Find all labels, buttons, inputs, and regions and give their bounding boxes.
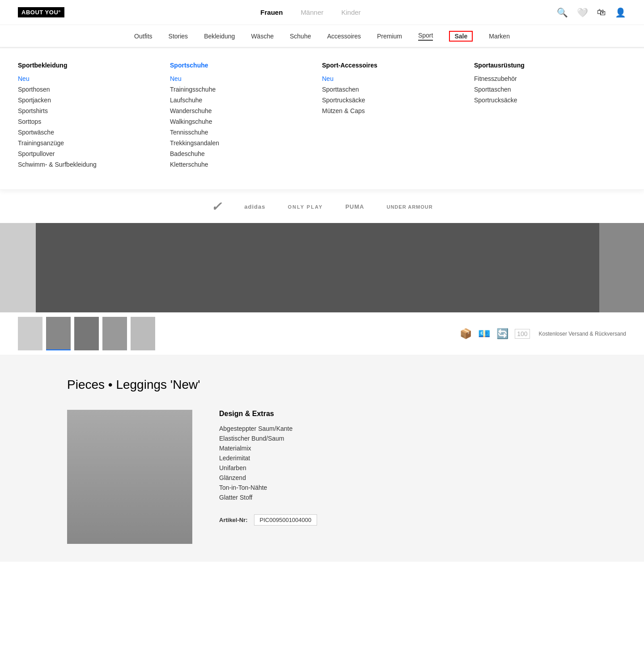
menu-heading-sportbekleidung: Sportbekleidung: [18, 62, 161, 69]
brand-onlyplay[interactable]: ONLY PLAY: [288, 204, 323, 210]
nav-manner[interactable]: Männer: [301, 8, 323, 16]
product-features: Abgesteppter Saum/Kante Elastischer Bund…: [219, 425, 577, 501]
search-icon[interactable]: 🔍: [557, 7, 568, 18]
wishlist-icon[interactable]: 🤍: [577, 7, 588, 18]
brand-nike[interactable]: ✓: [211, 199, 222, 214]
product-detail: Design & Extras Abgesteppter Saum/Kante …: [67, 410, 577, 544]
nav-stories[interactable]: Stories: [169, 33, 188, 40]
return-icon: 🔄: [496, 328, 508, 340]
product-image-2: [36, 223, 599, 312]
nav-sale[interactable]: Sale: [449, 31, 473, 42]
menu-item-neu-1[interactable]: Neu: [18, 75, 30, 82]
artikel-label: Artikel-Nr:: [219, 517, 248, 523]
menu-item-badeschuhe[interactable]: Badeschuhe: [170, 150, 205, 157]
mega-menu: Sportbekleidung Neu Sporthosen Sportjack…: [0, 47, 644, 190]
feature-2: Elastischer Bund/Saum: [219, 435, 577, 442]
header-icons: 🔍 🤍 🛍 👤: [557, 7, 626, 18]
menu-item-sportshirts[interactable]: Sportshirts: [18, 107, 48, 114]
shipping-text: Kostenloser Versand & Rückversand: [539, 331, 626, 337]
menu-col-accessoires: Sport-Accessoires Neu Sporttaschen Sport…: [322, 62, 474, 172]
product-image-3: [599, 223, 644, 312]
menu-item-sportjacken[interactable]: Sportjacken: [18, 97, 51, 104]
menu-item-neu-3[interactable]: Neu: [322, 75, 334, 82]
menu-heading-accessoires: Sport-Accessoires: [322, 62, 465, 69]
nav-bekleidung[interactable]: Bekleidung: [204, 33, 235, 40]
artikel-value: PIC0095001004000: [254, 514, 318, 526]
nav-sport[interactable]: Sport: [418, 32, 433, 41]
brand-underarmour[interactable]: UNDER ARMOUR: [386, 204, 432, 210]
menu-col-ausrustung: Sportausrüstung Fitnesszubehör Sporttasc…: [474, 62, 626, 172]
product-large-image: [67, 410, 192, 544]
main-nav: Outfits Stories Bekleidung Wäsche Schuhe…: [0, 25, 644, 47]
product-image-1: [0, 223, 36, 312]
menu-item-kletterschuhe[interactable]: Kletterschuhe: [170, 161, 208, 168]
brands-bar: ✓ adidas ONLY PLAY PUMA UNDER ARMOUR: [0, 190, 644, 223]
product-section: Pieces • Leggings 'New' Design & Extras …: [0, 355, 644, 562]
design-extras-heading: Design & Extras: [219, 410, 577, 418]
menu-col-sportschuhe: Sportschuhe Neu Trainingsschuhe Laufschu…: [170, 62, 322, 172]
menu-item-sportrucksacke-1[interactable]: Sportrucksäcke: [322, 97, 365, 104]
nav-marken[interactable]: Marken: [489, 33, 510, 40]
menu-item-sportwäsche[interactable]: Sportwäsche: [18, 129, 54, 136]
menu-item-fitnesszubehor[interactable]: Fitnesszubehör: [474, 75, 517, 82]
feature-1: Abgesteppter Saum/Kante: [219, 425, 577, 432]
menu-item-walkingschuhe[interactable]: Walkingschuhe: [170, 118, 212, 125]
menu-item-trekkingsandalen[interactable]: Trekkingsandalen: [170, 139, 219, 147]
nav-kinder[interactable]: Kinder: [341, 8, 360, 16]
product-strip: [0, 223, 644, 312]
account-icon[interactable]: 👤: [615, 7, 626, 18]
thumb-1[interactable]: [18, 317, 42, 350]
nav-frauen[interactable]: Frauen: [260, 8, 283, 16]
menu-item-sporthosen[interactable]: Sporthosen: [18, 86, 50, 93]
product-title: Pieces • Leggings 'New': [67, 378, 577, 392]
shipping-info: 📦 💶 🔄 100 Kostenloser Versand & Rückvers…: [460, 328, 626, 340]
nav-accessoires[interactable]: Accessoires: [327, 33, 360, 40]
header-top: ABOUT YOU° Frauen Männer Kinder 🔍 🤍 🛍 👤: [0, 0, 644, 25]
main-nav-wrapper: Outfits Stories Bekleidung Wäsche Schuhe…: [0, 25, 644, 47]
menu-item-sporttaschen-2[interactable]: Sporttaschen: [474, 86, 511, 93]
nav-schuhe[interactable]: Schuhe: [290, 33, 311, 40]
box-icon: 📦: [460, 328, 472, 340]
menu-item-sportrucksacke-2[interactable]: Sportrucksäcke: [474, 97, 517, 104]
menu-item-tennisschuhe[interactable]: Tennisschuhe: [170, 129, 208, 136]
brand-adidas[interactable]: adidas: [244, 203, 265, 210]
thumb-4[interactable]: [102, 317, 127, 350]
header-nav: Frauen Männer Kinder: [64, 8, 557, 16]
menu-col-sportbekleidung: Sportbekleidung Neu Sporthosen Sportjack…: [18, 62, 170, 172]
menu-item-mutzen[interactable]: Mützen & Caps: [322, 107, 365, 114]
menu-item-sporttops[interactable]: Sorttops: [18, 118, 41, 125]
days-icon: 100: [515, 329, 530, 339]
menu-item-sportpullover[interactable]: Sportpullover: [18, 150, 55, 157]
thumbnails: [18, 317, 155, 350]
logo[interactable]: ABOUT YOU°: [18, 7, 64, 17]
menu-item-sporttaschen-1[interactable]: Sporttaschen: [322, 86, 359, 93]
menu-item-trainingsschuhe[interactable]: Trainingsschuhe: [170, 86, 216, 93]
nav-premium[interactable]: Premium: [377, 33, 402, 40]
menu-item-neu-2[interactable]: Neu: [170, 75, 182, 82]
menu-item-laufschuhe[interactable]: Laufschuhe: [170, 97, 202, 104]
nav-wasche[interactable]: Wäsche: [251, 33, 274, 40]
menu-item-wanderschuhe[interactable]: Wanderschuhe: [170, 107, 212, 114]
cart-icon[interactable]: 🛍: [597, 7, 606, 17]
menu-heading-ausrustung: Sportausrüstung: [474, 62, 617, 69]
feature-7: Ton-in-Ton-Nähte: [219, 484, 577, 491]
product-info: Design & Extras Abgesteppter Saum/Kante …: [219, 410, 577, 544]
thumb-2[interactable]: [46, 317, 71, 350]
feature-8: Glatter Stoff: [219, 494, 577, 501]
thumb-3[interactable]: [74, 317, 99, 350]
nav-outfits[interactable]: Outfits: [134, 33, 152, 40]
menu-item-trainingsanzuge[interactable]: Trainingsanzüge: [18, 139, 64, 147]
menu-item-schwimm[interactable]: Schwimm- & Surfbekleidung: [18, 161, 97, 168]
thumb-5[interactable]: [131, 317, 155, 350]
menu-heading-sportschuhe: Sportschuhe: [170, 62, 313, 69]
euro-icon: 💶: [478, 328, 490, 340]
artikel-row: Artikel-Nr: PIC0095001004000: [219, 514, 577, 526]
brand-puma[interactable]: PUMA: [345, 203, 364, 210]
feature-3: Materialmix: [219, 445, 577, 452]
shipping-icons: 📦 💶 🔄 100: [460, 328, 530, 340]
feature-6: Glänzend: [219, 474, 577, 481]
feature-4: Lederimitat: [219, 454, 577, 462]
feature-5: Unifarben: [219, 464, 577, 471]
